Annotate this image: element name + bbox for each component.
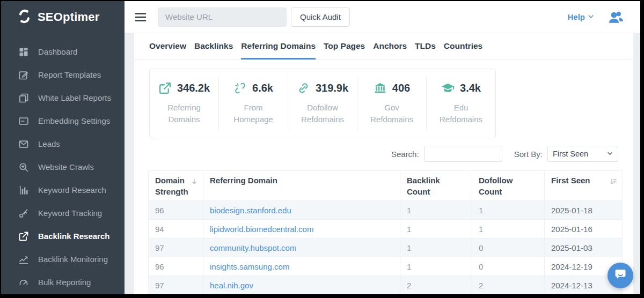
cell-backlink-count: 1 — [400, 220, 472, 239]
stat-dofollow-refdomains: 319.9k Dofollow Refdomains — [288, 77, 357, 130]
sidebar-item-label: Keyword Research — [38, 185, 106, 195]
main-area: Overview Backlinks Referring Domains Top… — [125, 33, 640, 294]
sidebar-item-report-templates[interactable]: Report Templates — [1, 63, 125, 86]
referring-domain-link[interactable]: insights.samsung.com — [210, 262, 289, 271]
copy-icon — [18, 93, 29, 103]
cell-first-seen: 2025-01-16 — [545, 220, 623, 239]
search-label: Search: — [391, 150, 419, 159]
col-referring-domain[interactable]: Referring Domain — [203, 171, 400, 201]
referring-domains-table: Domain Strength Referring Domain Backlin… — [148, 170, 622, 294]
sidebar-item-backlink-monitoring[interactable]: Backlink Monitoring — [1, 248, 125, 271]
sidebar-item-label: Keyword Tracking — [38, 208, 102, 218]
help-menu[interactable]: Help — [567, 12, 594, 21]
brand-logo[interactable]: SEOptimer — [1, 1, 125, 33]
referring-domain-link[interactable]: community.hubspot.com — [210, 243, 296, 252]
col-dofollow-count[interactable]: Dofollow Count — [472, 171, 545, 201]
sidebar-item-white-label-reports[interactable]: White Label Reports — [1, 86, 125, 109]
stats-card: 346.2k Referring Domains 6.6k From Homep… — [149, 69, 496, 138]
tab-top-pages[interactable]: Top Pages — [324, 33, 365, 59]
cell-first-seen: 2025-01-18 — [545, 201, 623, 220]
tab-label: Anchors — [373, 41, 407, 51]
sort-amount-desc-icon[interactable] — [610, 177, 617, 184]
referring-domain-link[interactable]: biodesign.stanford.edu — [210, 206, 291, 215]
quick-audit-button[interactable]: Quick Audit — [291, 8, 350, 27]
tab-overview[interactable]: Overview — [149, 33, 186, 59]
cell-dofollow-count: 1 — [472, 201, 545, 220]
sidebar-item-keyword-research[interactable]: Keyword Research — [1, 178, 125, 202]
cell-domain-strength: 97 — [149, 276, 203, 295]
speedometer-icon — [18, 277, 29, 288]
dashboard-icon — [18, 47, 29, 57]
website-url-input[interactable] — [158, 8, 287, 27]
sidebar-item-bulk-reporting[interactable]: Bulk Reporting — [1, 271, 125, 294]
sidebar-item-label: Embedding Settings — [38, 116, 110, 125]
stat-referring-domains: 346.2k Referring Domains — [150, 77, 218, 130]
cell-referring-domain: heal.nih.gov — [203, 276, 400, 295]
stat-edu-refdomains: 3.4k Edu Refdomains — [426, 77, 495, 130]
arrow-down-icon[interactable] — [191, 177, 198, 184]
col-domain-strength[interactable]: Domain Strength — [149, 171, 203, 201]
tab-label: Top Pages — [324, 41, 365, 51]
stat-label: Edu Refdomains — [435, 102, 487, 126]
external-link-icon — [18, 231, 29, 242]
menu-icon[interactable] — [134, 11, 147, 24]
cell-referring-domain: lipidworld.biomedcentral.com — [203, 220, 400, 239]
chevron-down-icon — [607, 150, 613, 158]
cell-domain-strength: 97 — [149, 239, 203, 257]
chevron-down-icon — [588, 12, 594, 21]
tab-label: Referring Domains — [241, 41, 316, 51]
cell-domain-strength: 96 — [149, 257, 203, 276]
referring-domain-link[interactable]: heal.nih.gov — [210, 281, 253, 290]
tab-countries[interactable]: Countries — [444, 33, 482, 59]
search-plus-icon — [18, 162, 29, 173]
broken-link-icon — [233, 81, 247, 95]
cell-dofollow-count: 0 — [472, 257, 545, 276]
chat-launcher-button[interactable] — [608, 263, 633, 288]
sidebar-item-website-crawls[interactable]: Website Crawls — [1, 155, 125, 178]
stat-gov-refdomains: 406 Gov Refdomains — [357, 77, 426, 130]
bank-icon — [374, 81, 387, 95]
sidebar-item-backlink-research[interactable]: Backlink Research — [1, 225, 125, 248]
cell-backlink-count: 1 — [400, 201, 472, 220]
stat-value: 3.4k — [460, 82, 481, 94]
tab-tlds[interactable]: TLDs — [415, 33, 436, 59]
sidebar-item-label: Report Templates — [38, 70, 101, 79]
sidebar-item-label: White Label Reports — [38, 93, 111, 102]
tab-anchors[interactable]: Anchors — [373, 33, 407, 59]
search-input[interactable] — [424, 146, 502, 162]
tab-referring-domains[interactable]: Referring Domains — [241, 33, 316, 59]
col-backlink-count[interactable]: Backlink Count — [400, 171, 472, 201]
cell-referring-domain: biodesign.stanford.edu — [203, 201, 400, 220]
users-icon[interactable] — [607, 9, 625, 25]
sidebar-item-dashboard[interactable]: Dashboard — [1, 40, 125, 63]
link-icon — [297, 81, 310, 95]
tab-label: Countries — [444, 41, 482, 51]
sidebar-nav: Dashboard Report Templates White Label R… — [1, 33, 125, 294]
topbar: Quick Audit Help — [125, 1, 640, 33]
table-row-0: 96 biodesign.stanford.edu 1 1 2025-01-18 — [149, 201, 623, 220]
sidebar: SEOptimer Dashboard Report Templates Whi… — [1, 1, 125, 294]
report-tabs: Overview Backlinks Referring Domains Top… — [134, 33, 633, 60]
cell-referring-domain: community.hubspot.com — [203, 239, 400, 257]
referring-domain-link[interactable]: lipidworld.biomedcentral.com — [210, 225, 313, 234]
cell-backlink-count: 1 — [400, 257, 472, 276]
external-link-icon — [158, 81, 172, 95]
tab-backlinks[interactable]: Backlinks — [194, 33, 233, 59]
stat-label: Dofollow Refdomains — [297, 102, 348, 126]
sidebar-item-keyword-tracking[interactable]: Keyword Tracking — [1, 202, 125, 225]
brand-name: SEOptimer — [38, 10, 100, 24]
seoptimer-gear-icon — [17, 9, 32, 26]
card-minus-icon — [18, 116, 29, 126]
col-first-seen[interactable]: First Seen — [545, 171, 623, 201]
tab-label: TLDs — [415, 41, 436, 51]
cell-domain-strength: 94 — [149, 220, 203, 239]
sidebar-item-label: Backlink Research — [38, 232, 109, 241]
table-row-2: 97 community.hubspot.com 1 0 2025-01-03 — [149, 239, 623, 257]
stat-label: Gov Refdomains — [366, 102, 418, 126]
stat-label: From Homepage — [228, 102, 279, 126]
sidebar-item-leads[interactable]: Leads — [1, 132, 125, 155]
envelope-icon — [18, 139, 29, 150]
cell-backlink-count: 1 — [400, 239, 472, 257]
sidebar-item-embedding-settings[interactable]: Embedding Settings — [1, 109, 125, 132]
sort-select[interactable]: First Seen — [547, 146, 618, 162]
